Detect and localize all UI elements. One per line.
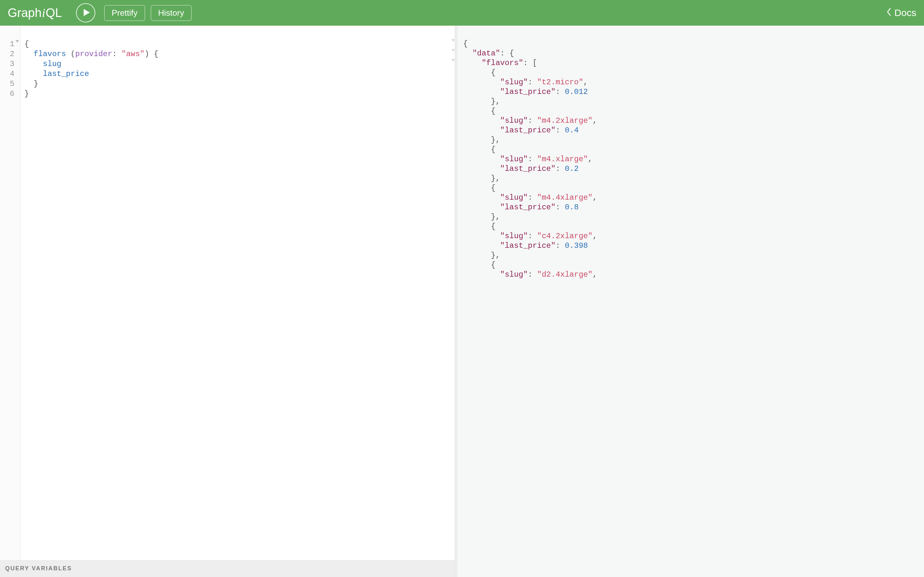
query-arg-name: provider (75, 50, 112, 58)
line-number: 5 (10, 79, 15, 88)
result-pane[interactable]: { "data": { "flavors": [ { "slug": "t2.m… (457, 26, 924, 577)
logo-text-i: i (42, 6, 45, 20)
logo-text-pre: Graph (8, 6, 42, 20)
fold-icon[interactable] (451, 59, 455, 61)
line-number: 4 (10, 69, 15, 78)
prettify-button[interactable]: Prettify (104, 5, 145, 21)
query-editor[interactable]: 1 2 3 4 5 6 { flavors (provider: "aws") … (0, 26, 455, 560)
query-subfield: slug (43, 60, 61, 68)
fold-icon[interactable] (451, 49, 455, 52)
history-button[interactable]: History (151, 5, 192, 21)
query-variables-bar[interactable]: QUERY VARIABLES (0, 560, 455, 577)
editor-fold-column (451, 39, 455, 69)
query-subfield: last_price (43, 69, 89, 78)
query-arg-value: "aws" (121, 50, 144, 58)
docs-button[interactable]: Docs (886, 7, 916, 19)
workspace: 1 2 3 4 5 6 { flavors (provider: "aws") … (0, 26, 924, 577)
query-variables-label: QUERY VARIABLES (5, 565, 72, 572)
play-icon (81, 8, 90, 18)
query-code[interactable]: { flavors (provider: "aws") { slug last_… (21, 26, 455, 560)
docs-label: Docs (895, 7, 916, 18)
app-logo: GraphiQL (8, 6, 62, 20)
line-gutter: 1 2 3 4 5 6 (0, 26, 21, 560)
execute-button[interactable] (76, 3, 95, 23)
query-pane: 1 2 3 4 5 6 { flavors (provider: "aws") … (0, 26, 457, 577)
line-number: 1 (10, 40, 15, 48)
query-field: flavors (34, 50, 66, 58)
chevron-left-icon (886, 7, 892, 19)
fold-icon[interactable] (15, 40, 19, 43)
line-number: 3 (10, 60, 15, 68)
line-number: 6 (10, 89, 15, 98)
fold-icon[interactable] (451, 39, 455, 42)
line-number: 2 (10, 50, 15, 58)
logo-text-post: QL (45, 6, 62, 20)
json-key: "flavors" (481, 59, 523, 67)
svg-marker-0 (84, 9, 90, 16)
json-key: "data" (472, 49, 500, 58)
topbar: GraphiQL Prettify History Docs (0, 0, 924, 26)
